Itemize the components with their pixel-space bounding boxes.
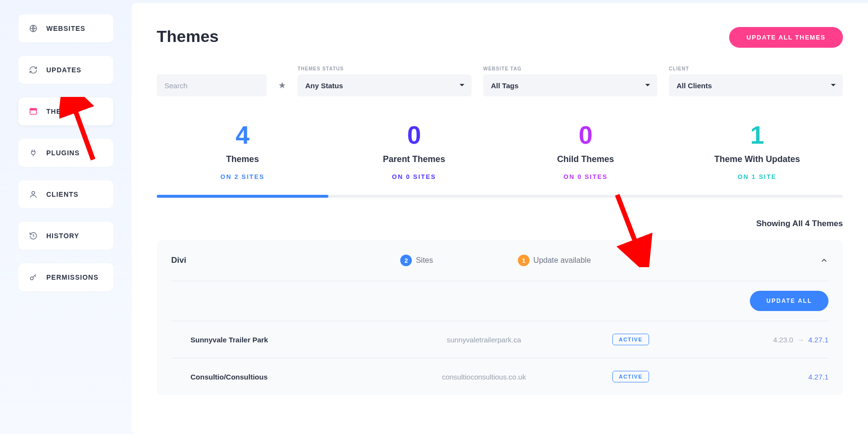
sites-label: Sites [416,256,433,265]
svg-rect-2 [30,108,37,110]
updates-badge: 1 [518,255,529,266]
stats-row: 4 Themes ON 2 SITES 0 Parent Themes ON 0… [157,122,843,180]
stat-sub: ON 1 SITE [671,173,843,180]
refresh-icon [29,66,38,74]
stat-themes[interactable]: 4 Themes ON 2 SITES [157,122,328,180]
sidebar-item-label: WEBSITES [46,25,85,32]
main: Themes UPDATE ALL THEMES ★ THEMES STATUS… [132,3,868,434]
sidebar-item-themes[interactable]: THEMES [18,97,113,125]
version-new: 4.27.1 [808,336,828,344]
sidebar-item-plugins[interactable]: PLUGINS [18,139,113,167]
sidebar-item-label: PERMISSIONS [46,273,98,281]
sidebar-item-label: UPDATES [46,66,81,74]
tag-filter-label: WEBSITE TAG [483,66,657,71]
star-icon[interactable]: ★ [278,80,286,96]
version-cell: 4.27.1 [688,373,828,381]
theme-actions: UPDATE ALL [171,281,828,321]
plug-icon [29,149,38,157]
client-filter[interactable]: All Clients [669,74,843,96]
version-new: 4.27.1 [808,373,828,381]
key-icon [29,273,38,282]
stat-label: Themes [157,154,328,164]
theme-name: Divi [171,256,394,265]
svg-point-3 [32,191,35,194]
chevron-up-icon [820,256,828,265]
sidebar-item-label: CLIENTS [46,190,79,198]
sidebar-item-clients[interactable]: CLIENTS [18,180,113,208]
theme-icon [29,107,38,116]
site-name: Consultio/Consultious [190,373,394,381]
stat-num: 4 [157,122,328,148]
filter-bar: ★ THEMES STATUS Any Status WEBSITE TAG A… [157,66,843,96]
globe-icon [29,24,38,33]
theme-card: Divi 2 Sites 1 Update available UPDATE A… [157,240,843,395]
sites-count: 2 Sites [400,255,512,266]
site-row[interactable]: Consultio/Consultious consultioconsultio… [171,358,828,395]
site-name: Sunnyvale Trailer Park [190,336,394,344]
site-row[interactable]: Sunnyvale Trailer Park sunnyvaletrailerp… [171,321,828,358]
sidebar-item-label: HISTORY [46,232,79,240]
stat-sub: ON 0 SITES [500,173,672,180]
search-input[interactable] [157,74,267,96]
stat-sub: ON 2 SITES [157,173,328,180]
version-cell: 4.23.0 → 4.27.1 [688,336,828,344]
stat-num: 1 [671,122,843,148]
stat-label: Child Themes [500,154,672,164]
site-url: sunnyvaletrailerpark.ca [394,336,573,344]
client-filter-label: CLIENT [669,66,843,71]
sidebar-item-updates[interactable]: UPDATES [18,56,113,84]
sidebar-item-label: THEMES [46,108,77,115]
update-all-themes-button[interactable]: UPDATE ALL THEMES [729,27,843,48]
sites-badge: 2 [400,255,412,266]
stat-label: Parent Themes [328,154,500,164]
stat-sub: ON 0 SITES [328,173,500,180]
tab-indicator-track [157,195,843,198]
version-old: 4.23.0 [773,336,793,344]
sidebar-item-label: PLUGINS [46,149,80,157]
page-title: Themes [157,27,219,46]
arrow-right-icon: → [797,336,804,344]
updates-label: Update available [533,256,591,265]
stat-num: 0 [328,122,500,148]
updates-count: 1 Update available [518,255,814,266]
svg-point-4 [30,277,33,280]
stat-num: 0 [500,122,672,148]
status-filter-label: THEMES STATUS [298,66,472,71]
stat-parent-themes[interactable]: 0 Parent Themes ON 0 SITES [328,122,500,180]
status-cell: ACTIVE [573,371,688,382]
result-summary: Showing All 4 Themes [157,219,843,229]
tag-filter[interactable]: All Tags [483,74,657,96]
status-badge: ACTIVE [612,334,649,345]
sidebar-item-websites[interactable]: WEBSITES [18,14,113,42]
site-url: consultioconsultious.co.uk [394,373,573,381]
sidebar-item-history[interactable]: HISTORY [18,222,113,250]
sidebar: WEBSITES UPDATES THEMES PLUGINS CLIENTS … [0,0,132,434]
tab-indicator-bar [157,195,328,198]
update-all-button[interactable]: UPDATE ALL [750,291,828,311]
sidebar-item-permissions[interactable]: PERMISSIONS [18,263,113,291]
user-icon [29,190,38,199]
status-cell: ACTIVE [573,334,688,345]
stat-child-themes[interactable]: 0 Child Themes ON 0 SITES [500,122,672,180]
status-badge: ACTIVE [612,371,649,382]
stat-with-updates[interactable]: 1 Theme With Updates ON 1 SITE [671,122,843,180]
theme-card-header[interactable]: Divi 2 Sites 1 Update available [171,240,828,281]
stat-label: Theme With Updates [671,154,843,164]
history-icon [29,231,38,240]
status-filter[interactable]: Any Status [298,74,472,96]
